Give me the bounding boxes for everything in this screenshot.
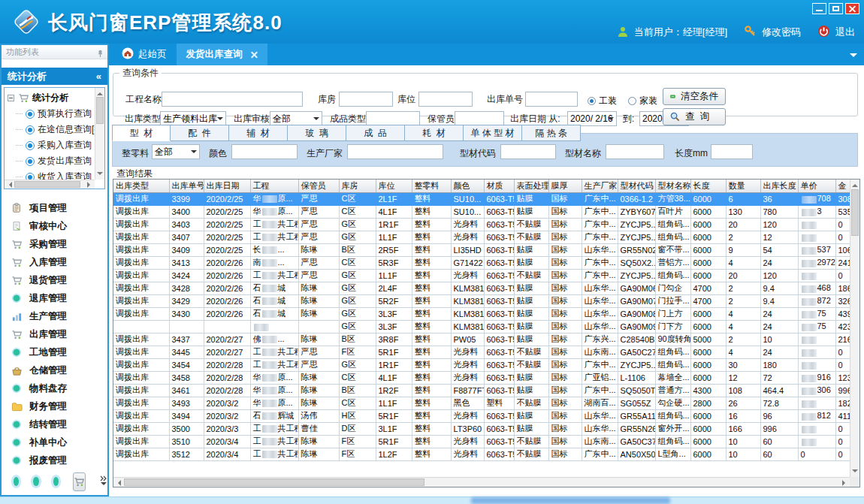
- table-row[interactable]: 调拨出库34292020/2/26石城陈琳G区5R2F整料KLM38176063…: [113, 294, 850, 307]
- column-header[interactable]: 整零料: [412, 180, 451, 192]
- pin-icon[interactable]: [97, 48, 104, 62]
- toolbar-more-chevron[interactable]: [100, 475, 107, 488]
- table-row[interactable]: 调拨出库35002020/3/3工共工程曹佳D区3L1F整料LT3P606063…: [113, 422, 850, 435]
- column-header[interactable]: 库位: [376, 180, 412, 192]
- toolbar-dot-icon[interactable]: [14, 477, 19, 486]
- close-button[interactable]: [845, 3, 859, 14]
- audit-select[interactable]: 全部: [270, 111, 322, 126]
- location-input[interactable]: [418, 92, 473, 107]
- table-row[interactable]: 调拨出库34452020/2/27工共工程严思F区5R1F整料光身料6063-T…: [113, 346, 850, 358]
- profile-name-input[interactable]: [606, 144, 664, 159]
- table-row[interactable]: 调拨出库34032020/2/25工共工程严思G区1R1F整料光身料6063-T…: [113, 218, 850, 231]
- table-row[interactable]: 调拨出库35122020/3/4工共工程陈琳F区1L2F整料光身料6063-T5…: [113, 448, 850, 460]
- expander-icon[interactable]: [8, 95, 14, 101]
- column-header[interactable]: 数量: [726, 180, 760, 192]
- sidebar-menu-item[interactable]: 退货管理: [3, 272, 106, 288]
- table-row[interactable]: 调拨出库34282020/2/26石城陈琳G区2L4F整料KLM38176063…: [113, 282, 850, 294]
- sidebar-menu-item[interactable]: 项目管理: [3, 200, 106, 216]
- column-header[interactable]: 金: [835, 180, 850, 192]
- sidebar-menu-item[interactable]: 仓储管理: [3, 362, 106, 379]
- material-tab[interactable]: 单 体 型 材: [464, 125, 522, 141]
- column-header[interactable]: 出库长度: [760, 180, 798, 192]
- column-header[interactable]: 颜色: [451, 180, 484, 192]
- table-row[interactable]: 调拨出库34582020/2/28华原...陈琳C区4L1F整料光身料6063-…: [113, 371, 850, 384]
- search-button[interactable]: 查 询: [663, 108, 726, 125]
- material-tab[interactable]: 玻 璃: [288, 125, 346, 141]
- grid-horizontal-scrollbar[interactable]: [113, 477, 850, 487]
- radio-jiazhuang[interactable]: 家装: [628, 95, 657, 107]
- column-header[interactable]: 型材名称: [655, 180, 690, 192]
- column-header[interactable]: 出库日期: [204, 180, 250, 192]
- change-password-link[interactable]: 修改密码: [762, 26, 801, 39]
- material-tab[interactable]: 辅 材: [229, 125, 288, 141]
- project-name-input[interactable]: [162, 92, 303, 107]
- sidebar-menu-item[interactable]: 入库管理: [3, 254, 106, 270]
- tree-horizontal-scrollbar[interactable]: [5, 180, 95, 189]
- order-no-input[interactable]: [525, 92, 578, 107]
- table-row[interactable]: 调拨出库34542020/2/28工共工程严思G区1R1F整料光身料6063-T…: [113, 358, 850, 371]
- column-header[interactable]: 膜厚: [548, 180, 582, 192]
- sidebar-menu-item[interactable]: 采购管理: [3, 236, 106, 252]
- grid-vertical-scrollbar[interactable]: [850, 180, 859, 477]
- table-row[interactable]: 调拨出库34932020/3/2华原...陈琳C区1L1F整料黑色塑料不贴膜国标…: [113, 397, 850, 409]
- table-row[interactable]: 调拨出库34612020/2/28华原...陈琳B区1R2F整料F8877FT6…: [113, 384, 850, 397]
- material-tab[interactable]: 成 品: [346, 125, 405, 141]
- tree-vertical-scrollbar[interactable]: [95, 88, 104, 180]
- tree-root[interactable]: 统计分析: [8, 90, 95, 106]
- radio-gongzhuang[interactable]: 工装: [588, 95, 617, 107]
- out-type-select[interactable]: 生产领料出库: [160, 111, 226, 126]
- sidebar-menu-item[interactable]: 退库管理: [3, 290, 106, 306]
- color-input[interactable]: [231, 144, 298, 159]
- material-tab[interactable]: 型 材: [112, 125, 171, 141]
- column-header[interactable]: 表面处理: [514, 180, 548, 192]
- column-header[interactable]: 出库类型: [113, 180, 169, 192]
- material-tab[interactable]: 耗 材: [405, 125, 464, 141]
- sidebar-menu-item[interactable]: 报废管理: [3, 452, 106, 469]
- column-header[interactable]: 长度: [690, 180, 726, 192]
- table-row[interactable]: 调拨出库34942020/3/2石辉城汤伟H区5R1F整料光身料6063-T5贴…: [113, 409, 850, 422]
- table-row[interactable]: 调拨出库35102020/3/4工共工程陈琳F区5R1F整料光身料6063-T5…: [113, 435, 850, 448]
- table-row[interactable]: 调拨出库34372020/2/27佛...陈琳B区3R8F整料PW056063-…: [113, 333, 850, 346]
- table-row[interactable]: G区3L3F整料KLM38176063-T5贴膜国标山东华...GA90M09.…: [113, 320, 850, 333]
- tree-item[interactable]: 收货入库查询: [8, 169, 95, 180]
- sidebar-menu-item[interactable]: 补单中心: [3, 434, 106, 451]
- length-input[interactable]: [711, 144, 753, 159]
- table-row[interactable]: 调拨出库34092020/2/25长...陈琳B区2R5F整料LI35HD606…: [113, 243, 850, 256]
- part-type-select[interactable]: 全部: [152, 144, 200, 159]
- factory-input[interactable]: [347, 144, 443, 159]
- sidebar-menu-item[interactable]: 审核中心: [3, 218, 106, 234]
- warehouse-input[interactable]: [339, 92, 393, 107]
- table-row[interactable]: 调拨出库34302020/2/26石城陈琳G区3L3F整料KLM38176063…: [113, 307, 850, 320]
- collapse-icon[interactable]: «: [96, 68, 101, 85]
- tree-item[interactable]: 采购入库查询: [8, 137, 95, 153]
- column-header[interactable]: 型材代码: [618, 180, 655, 192]
- table-row[interactable]: 调拨出库34132020/2/26南...严思C区5R3F整料G71422606…: [113, 256, 850, 269]
- column-header[interactable]: 工程: [250, 180, 298, 192]
- column-header[interactable]: 出库单号: [169, 180, 204, 192]
- sidebar-menu-item[interactable]: 出库管理: [3, 326, 106, 343]
- column-header[interactable]: 保管员: [298, 180, 339, 192]
- sidebar-section-header[interactable]: 统计分析 «: [2, 68, 107, 85]
- date-from-select[interactable]: 2020/ 2/16: [567, 111, 617, 126]
- column-header[interactable]: 单价: [798, 180, 835, 192]
- product-type-input[interactable]: [366, 111, 420, 126]
- maximize-button[interactable]: [829, 3, 843, 14]
- clear-conditions-button[interactable]: 清空条件: [663, 88, 726, 105]
- column-header[interactable]: 库房: [339, 180, 376, 192]
- toolbar-cart-button[interactable]: [73, 472, 86, 491]
- sidebar-menu-item[interactable]: 工地管理: [3, 344, 106, 361]
- sidebar-menu-item[interactable]: 结转管理: [3, 416, 106, 433]
- tree-item[interactable]: 发货出库查询: [8, 153, 95, 169]
- tab-shipping-query[interactable]: 发货出库查询: [177, 44, 267, 65]
- sidebar-menu-item[interactable]: 生产管理: [3, 308, 106, 324]
- logout-link[interactable]: 退出: [835, 26, 855, 39]
- profile-code-input[interactable]: [500, 144, 556, 159]
- table-row[interactable]: 调拨出库34002020/2/25华原...严思C区4L1F整料SU10...6…: [113, 205, 850, 218]
- tree-item[interactable]: 预算执行查询: [8, 106, 95, 122]
- tree-item[interactable]: 在途信息查询[待: [8, 122, 95, 137]
- column-header[interactable]: 生产厂家: [582, 180, 618, 192]
- minimize-button[interactable]: [812, 3, 826, 14]
- toolbar-dot-icon[interactable]: [33, 477, 38, 486]
- table-row[interactable]: 调拨出库33992020/2/25华原...严思C区2L1F整料SU10...6…: [113, 192, 850, 205]
- tab-list-dropdown-icon[interactable]: [850, 53, 857, 61]
